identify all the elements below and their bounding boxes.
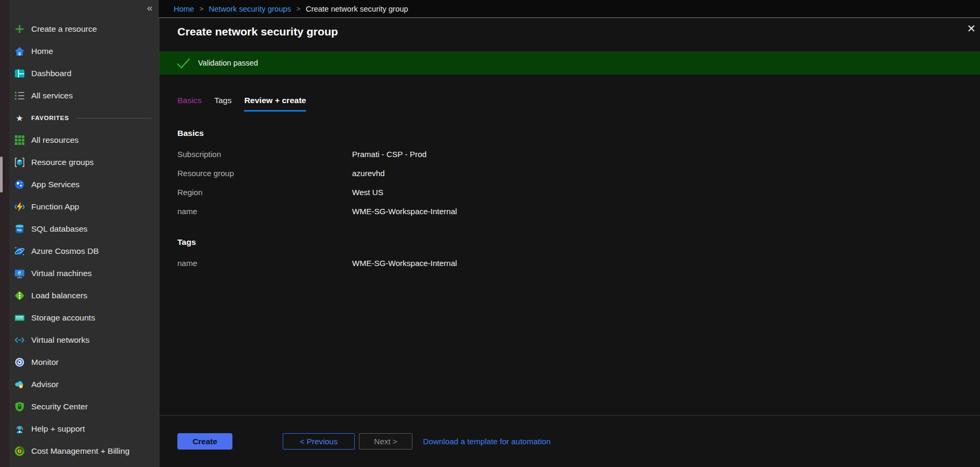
storage-accounts-icon: [14, 312, 25, 324]
blade-footer: Create < Previous Next > Download a temp…: [159, 415, 980, 467]
azure-portal-screen: « Create a resource Home Dashboard: [0, 0, 980, 467]
row-value: azurevhd: [352, 169, 385, 178]
row-value: West US: [352, 188, 383, 197]
home-icon: [14, 45, 25, 57]
previous-button[interactable]: < Previous: [283, 433, 355, 450]
sidebar-item-label: Load balancers: [31, 291, 87, 300]
tab-review-create[interactable]: Review + create: [244, 96, 306, 112]
favorites-divider: [76, 118, 151, 118]
review-row-name: name WME-SG-Workspace-Internal: [177, 202, 980, 221]
sidebar-favorites-header: ★ FAVORITES: [10, 107, 159, 129]
sidebar-item-storage-accounts[interactable]: Storage accounts: [10, 307, 159, 329]
sidebar-item-label: Resource groups: [31, 158, 94, 167]
resource-groups-icon: [14, 157, 25, 168]
sidebar-item-cost-management-billing[interactable]: $ Cost Management + Billing: [10, 440, 159, 462]
row-value: WME-SG-Workspace-Internal: [352, 207, 457, 216]
close-icon[interactable]: ✕: [967, 23, 976, 34]
sidebar-item-label: All resources: [31, 135, 79, 145]
review-row-subscription: Subscription Pramati - CSP - Prod: [177, 144, 980, 163]
row-label: name: [177, 259, 352, 268]
section-heading-tags: Tags: [177, 237, 980, 247]
breadcrumb-link-network-security-groups[interactable]: Network security groups: [209, 5, 291, 13]
dashboard-icon: [14, 68, 25, 79]
security-center-icon: [14, 401, 25, 413]
row-label: Region: [177, 188, 352, 197]
breadcrumb: Home > Network security groups > Create …: [159, 0, 980, 17]
virtual-machines-icon: [14, 268, 25, 279]
sidebar-item-sql-databases[interactable]: SQL SQL databases: [10, 218, 159, 240]
sidebar-item-app-services[interactable]: App Services: [10, 173, 159, 196]
sidebar-item-label: App Services: [31, 180, 79, 189]
create-nsg-blade: Create network security group ✕ Validati…: [159, 17, 980, 467]
breadcrumb-current: Create network security group: [305, 5, 408, 13]
sidebar-item-label: Storage accounts: [31, 313, 95, 323]
blade-body: Basics Tags Review + create Basics Subsc…: [159, 75, 980, 415]
sidebar-item-all-services[interactable]: All services: [10, 85, 159, 107]
sidebar-item-resource-groups[interactable]: Resource groups: [10, 151, 159, 173]
create-button[interactable]: Create: [177, 433, 232, 450]
svg-text:SQL: SQL: [17, 228, 23, 232]
sidebar-item-label: Azure Cosmos DB: [31, 246, 98, 256]
svg-text:$: $: [19, 449, 21, 453]
row-label: Resource group: [177, 169, 352, 178]
blade-header: Create network security group ✕: [159, 18, 980, 51]
all-resources-icon: [14, 134, 25, 146]
main-area: Home > Network security groups > Create …: [159, 0, 980, 467]
checkmark-icon: [176, 58, 191, 69]
sidebar-item-label: Dashboard: [31, 69, 71, 78]
breadcrumb-link-home[interactable]: Home: [174, 5, 194, 13]
sidebar-item-label: All services: [31, 91, 73, 100]
sidebar-item-security-center[interactable]: Security Center: [10, 396, 159, 418]
tab-tags[interactable]: Tags: [214, 96, 232, 112]
validation-message: Validation passed: [198, 59, 258, 67]
review-row-region: Region West US: [177, 182, 980, 202]
sidebar-item-label: Virtual networks: [31, 335, 89, 345]
sidebar-item-function-app[interactable]: Function App: [10, 196, 159, 218]
app-services-icon: [14, 179, 25, 190]
sidebar-collapse-icon[interactable]: «: [147, 3, 152, 13]
sidebar-item-label: Create a resource: [31, 24, 97, 34]
plus-icon: [14, 23, 25, 35]
sidebar-item-label: Home: [31, 47, 53, 56]
sidebar: « Create a resource Home Dashboard: [0, 0, 159, 467]
sql-databases-icon: SQL: [14, 223, 25, 235]
sidebar-item-azure-cosmos-db[interactable]: Azure Cosmos DB: [10, 240, 159, 262]
sidebar-item-label: Monitor: [31, 358, 59, 367]
validation-banner: Validation passed: [159, 51, 980, 75]
azure-cosmos-db-icon: [14, 245, 25, 257]
sidebar-item-create-a-resource[interactable]: Create a resource: [10, 18, 159, 40]
page-title: Create network security group: [177, 25, 338, 38]
sidebar-item-label: Advisor: [31, 380, 59, 389]
virtual-networks-icon: [14, 334, 25, 346]
sidebar-item-monitor[interactable]: Monitor: [10, 351, 159, 373]
tab-basics[interactable]: Basics: [177, 96, 202, 112]
row-label: name: [177, 207, 352, 216]
sidebar-item-help-support[interactable]: Help + support: [10, 418, 159, 440]
row-value: WME-SG-Workspace-Internal: [352, 259, 457, 268]
function-app-icon: [14, 201, 25, 213]
row-value: Pramati - CSP - Prod: [352, 150, 427, 159]
next-button[interactable]: Next >: [359, 433, 412, 450]
sidebar-item-home[interactable]: Home: [10, 40, 159, 62]
all-services-icon: [14, 90, 25, 102]
breadcrumb-separator: >: [200, 5, 204, 13]
cost-management-billing-icon: $: [14, 445, 25, 457]
edge-scrollbar-thumb[interactable]: [0, 157, 3, 193]
sidebar-item-load-balancers[interactable]: Load balancers: [10, 285, 159, 307]
tags-rows: name WME-SG-Workspace-Internal: [177, 253, 980, 272]
basics-rows: Subscription Pramati - CSP - Prod Resour…: [177, 144, 980, 221]
sidebar-nav: Create a resource Home Dashboard: [10, 18, 159, 462]
monitor-icon: [14, 356, 25, 368]
sidebar-item-label: Help + support: [31, 424, 85, 434]
sidebar-item-dashboard[interactable]: Dashboard: [10, 62, 159, 85]
sidebar-item-advisor[interactable]: Advisor: [10, 373, 159, 396]
sidebar-item-all-resources[interactable]: All resources: [10, 129, 159, 151]
favorites-label: FAVORITES: [31, 115, 69, 121]
review-row-tag-name: name WME-SG-Workspace-Internal: [177, 253, 980, 272]
breadcrumb-separator: >: [296, 5, 301, 13]
sidebar-item-virtual-machines[interactable]: Virtual machines: [10, 262, 159, 285]
sidebar-item-label: SQL databases: [31, 224, 87, 234]
download-template-link[interactable]: Download a template for automation: [423, 437, 551, 446]
tab-bar: Basics Tags Review + create: [177, 96, 980, 112]
sidebar-item-virtual-networks[interactable]: Virtual networks: [10, 329, 159, 351]
